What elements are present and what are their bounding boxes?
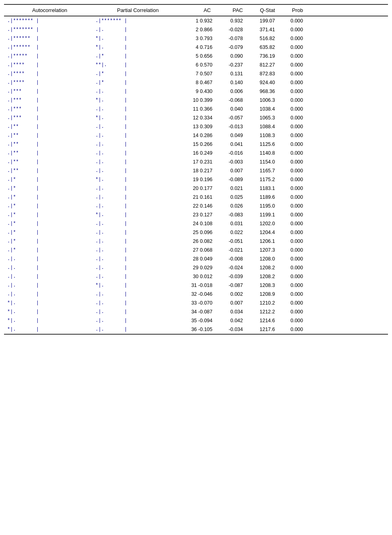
pac-bar: .|. | — [94, 194, 182, 200]
pac-cell: 0.026 — [214, 203, 246, 209]
lag-cell: 23 0.127 — [182, 212, 214, 218]
pac-cell: -0.016 — [214, 150, 246, 156]
table-row: *|. | .|. | 36 -0.105 -0.034 1217.6 0.00… — [4, 325, 388, 334]
prob-cell: 0.000 — [278, 141, 306, 147]
qstat-cell: 1038.4 — [246, 106, 278, 112]
ac-bar: .|****** | — [6, 36, 94, 41]
pac-cell: -0.003 — [214, 159, 246, 165]
qstat-cell: 1208.0 — [246, 256, 278, 262]
ac-bar: .|. | — [6, 265, 94, 271]
ac-bar: .|* | — [6, 221, 94, 226]
lag-cell: 17 0.231 — [182, 159, 214, 165]
prob-cell: 0.000 — [278, 97, 306, 103]
prob-cell: 0.000 — [278, 62, 306, 68]
pac-cell: 0.031 — [214, 221, 246, 226]
table-row: .|. | .|. | 29 0.029 -0.024 1208.2 0.000 — [4, 263, 388, 272]
prob-cell: 0.000 — [278, 159, 306, 165]
pac-cell: 0.040 — [214, 106, 246, 112]
lag-cell: 13 0.309 — [182, 124, 214, 129]
pac-bar: .|. | — [94, 309, 182, 315]
qstat-cell: 1208.9 — [246, 291, 278, 297]
qstat-cell: 1165.7 — [246, 168, 278, 174]
pac-bar: .|. | — [94, 159, 182, 165]
pac-cell: 0.022 — [214, 230, 246, 235]
ac-bar: .|** | — [6, 168, 94, 174]
ac-bar: .|* | — [6, 194, 94, 200]
pac-cell: 0.025 — [214, 194, 246, 200]
pac-cell: -0.068 — [214, 97, 246, 103]
lag-cell: 28 0.049 — [182, 256, 214, 262]
autocorr-header: Autocorrelation — [6, 7, 94, 13]
ac-bar: .|**** | — [6, 62, 94, 68]
ac-bar: .|*** | — [6, 89, 94, 94]
lag-cell: 2 0.866 — [182, 27, 214, 32]
ac-bar: .|** | — [6, 141, 94, 147]
ac-bar: .|*** | — [6, 115, 94, 121]
pac-cell: 0.932 — [214, 18, 246, 24]
pac-cell: -0.079 — [214, 44, 246, 50]
pac-cell: -0.008 — [214, 256, 246, 262]
qstat-cell: 1108.3 — [246, 133, 278, 138]
prob-cell: 0.000 — [278, 238, 306, 244]
table-row: .|* | .|. | 25 0.096 0.022 1204.4 0.000 — [4, 228, 388, 237]
pac-cell: 0.007 — [214, 168, 246, 174]
qstat-cell: 1202.0 — [246, 221, 278, 226]
table-row: .|*** | .|. | 9 0.430 0.006 968.36 0.000 — [4, 87, 388, 96]
ac-bar: .|* | — [6, 238, 94, 244]
ac-bar: *|. | — [6, 318, 94, 323]
table-row: .|******* | .|******* | 1 0.932 0.932 19… — [4, 16, 388, 25]
table-row: .|. | .|. | 28 0.049 -0.008 1208.0 0.000 — [4, 254, 388, 263]
qstat-cell: 516.82 — [246, 36, 278, 41]
lag-cell: 9 0.430 — [182, 89, 214, 94]
pac-bar: .|. | — [94, 141, 182, 147]
pac-bar: *|. | — [94, 44, 182, 50]
pac-bar: *|. | — [94, 97, 182, 103]
lag-cell: 7 0.507 — [182, 71, 214, 77]
pac-bar: **|. | — [94, 62, 182, 68]
lag-cell: 6 0.570 — [182, 62, 214, 68]
table-row: .|** | .|. | 14 0.286 0.049 1108.3 0.000 — [4, 131, 388, 140]
pac-bar: .|. | — [94, 327, 182, 332]
prob-cell: 0.000 — [278, 168, 306, 174]
ac-bar: .|**** | — [6, 80, 94, 85]
lag-cell: 16 0.249 — [182, 150, 214, 156]
ac-bar: .|* | — [6, 203, 94, 209]
qstat-cell: 1183.1 — [246, 186, 278, 191]
table-row: .|******* | .|. | 2 0.866 -0.028 371.41 … — [4, 25, 388, 34]
qstat-cell: 968.36 — [246, 89, 278, 94]
ac-bar: .|** | — [6, 133, 94, 138]
table-row: .|. | .|. | 30 0.012 -0.039 1208.2 0.000 — [4, 272, 388, 281]
table-row: .|* | .|. | 22 0.146 0.026 1195.0 0.000 — [4, 202, 388, 210]
qstat-cell: 1140.8 — [246, 150, 278, 156]
table-row: .|** | .|. | 17 0.231 -0.003 1154.0 0.00… — [4, 157, 388, 166]
pac-bar: .|. | — [94, 300, 182, 306]
qstat-cell: 1206.1 — [246, 238, 278, 244]
pac-bar: .|******* | — [94, 18, 182, 24]
pac-cell: 0.021 — [214, 186, 246, 191]
lag-cell: 35 -0.094 — [182, 318, 214, 323]
qstat-cell: 1208.2 — [246, 265, 278, 271]
ac-bar: .|**** | — [6, 71, 94, 77]
prob-cell: 0.000 — [278, 27, 306, 32]
qstat-cell: 1214.6 — [246, 318, 278, 323]
qstat-cell: 1125.6 — [246, 141, 278, 147]
pac-cell: -0.078 — [214, 36, 246, 41]
table-row: .|*** | *|. | 12 0.334 -0.057 1065.3 0.0… — [4, 113, 388, 122]
ac-bar: .|* | — [6, 177, 94, 182]
qstat-cell: 1208.2 — [246, 274, 278, 279]
table-row: .|* | *|. | 23 0.127 -0.083 1199.1 0.000 — [4, 210, 388, 219]
pac-bar: .|. | — [94, 203, 182, 209]
prob-cell: 0.000 — [278, 71, 306, 77]
prob-cell: 0.000 — [278, 203, 306, 209]
ac-bar: .|*** | — [6, 97, 94, 103]
lag-cell: 31 -0.018 — [182, 283, 214, 288]
ac-bar: .|***** | — [6, 53, 94, 59]
pac-bar: .|. | — [94, 124, 182, 129]
pac-cell: -0.089 — [214, 177, 246, 182]
pac-cell: -0.083 — [214, 212, 246, 218]
ac-bar: .|. | — [6, 291, 94, 297]
ac-bar: .|****** | — [6, 44, 94, 50]
pac-bar: .|. | — [94, 256, 182, 262]
prob-cell: 0.000 — [278, 186, 306, 191]
prob-header: Prob — [278, 7, 306, 13]
